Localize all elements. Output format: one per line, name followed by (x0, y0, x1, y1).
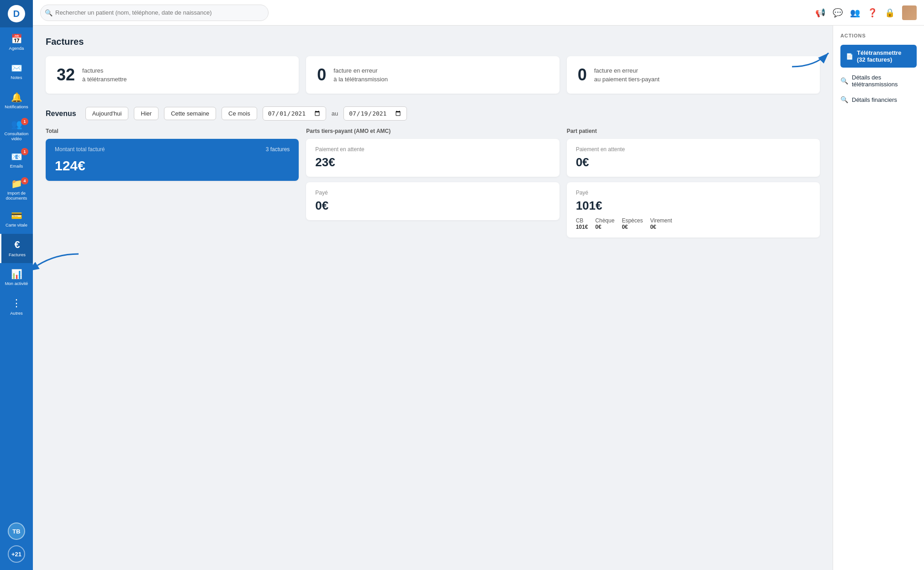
filter-this-week[interactable]: Cette semaine (164, 107, 216, 120)
invoice-cards-row: 32 factures à télétransmettre 0 facture … (46, 56, 820, 94)
sub-cheque: Chèque 0€ (595, 217, 614, 230)
details-financiers-link[interactable]: 🔍 Détails financiers (840, 94, 917, 105)
tiers-payant-pending-label: Paiement en attente (315, 146, 550, 153)
user-avatar[interactable]: TB (8, 522, 25, 540)
invoice-card-1: 0 facture en erreur à la télétransmissio… (306, 56, 559, 94)
filter-this-month[interactable]: Ce mois (222, 107, 257, 120)
content-wrapper: Factures 32 factures à télétransmettre 0… (33, 26, 924, 570)
sidebar-item-label: Import de documents (2, 190, 31, 201)
folder-icon: 📁 (11, 178, 22, 189)
badge-import: 4 (21, 177, 28, 185)
revenue-title: Revenus (46, 110, 76, 118)
filter-today[interactable]: Aujourd'hui (85, 107, 129, 120)
page-title: Factures (46, 37, 820, 47)
sidebar-bottom: TB +21 (0, 520, 33, 570)
part-patient-paid-amount: 101€ (576, 199, 811, 213)
total-card-header: Montant total facturé 3 factures (55, 146, 290, 155)
sub-especes-value: 0€ (622, 224, 628, 230)
sidebar-item-label: Factures (9, 252, 26, 257)
date-separator: au (332, 110, 338, 117)
sidebar-item-autres[interactable]: ⋮ Autres (0, 292, 33, 322)
sidebar-item-agenda[interactable]: 📅 Agenda (0, 27, 33, 57)
details-financiers-label: Détails financiers (852, 96, 897, 103)
date-to-input[interactable] (343, 106, 407, 121)
invoice-number-2: 0 (578, 65, 587, 84)
sidebar-item-consultation-video[interactable]: 1 👥 Consultation vidéo (0, 115, 33, 145)
badge-emails: 1 (21, 148, 28, 155)
sidebar-item-label: Emails (10, 164, 23, 169)
sidebar: D 📅 Agenda ✉️ Notes 🔔 Notifications 1 👥 … (0, 0, 33, 570)
part-patient-col-title: Part patient (567, 128, 820, 134)
details-teletransmissions-link[interactable]: 🔍 Détails des télétransmissions (840, 72, 917, 90)
total-card-label: Montant total facturé (55, 146, 105, 153)
document-icon: 📄 (846, 53, 853, 60)
tiers-payant-pending-card: Paiement en attente 23€ (306, 139, 559, 177)
total-card: Montant total facturé 3 factures 124€ (46, 139, 299, 181)
sidebar-item-factures[interactable]: € Factures (0, 234, 33, 263)
actions-panel: ACTIONS 📄 Télétransmettre(32 factures) 🔍… (833, 26, 924, 570)
teletransmettre-label: Télétransmettre(32 factures) (857, 49, 902, 63)
sidebar-item-mon-activite[interactable]: 📊 Mon activité (0, 263, 33, 292)
chat-icon[interactable]: 💬 (833, 8, 843, 18)
calendar-icon: 📅 (11, 33, 22, 44)
help-icon[interactable]: ❓ (867, 8, 877, 18)
sidebar-item-label: Carte vitale (5, 222, 27, 227)
chart-icon: 📊 (11, 269, 22, 280)
sub-virement-value: 0€ (650, 224, 656, 230)
sidebar-item-emails[interactable]: 1 📧 Emails (0, 145, 33, 174)
part-patient-sub: CB 101€ Chèque 0€ Espèces 0€ (576, 217, 811, 230)
revenue-header: Revenus Aujourd'hui Hier Cette semaine C… (46, 106, 820, 121)
teletransmettre-button[interactable]: 📄 Télétransmettre(32 factures) (840, 45, 917, 68)
sub-cheque-value: 0€ (595, 224, 601, 230)
sidebar-item-notes[interactable]: ✉️ Notes (0, 57, 33, 86)
revenue-section: Revenus Aujourd'hui Hier Cette semaine C… (46, 106, 820, 238)
date-from-input[interactable] (263, 106, 326, 121)
search-container: 🔍 (40, 5, 269, 21)
invoice-desc-1: facture en erreur à la télétransmission (333, 66, 388, 84)
sidebar-item-notifications[interactable]: 🔔 Notifications (0, 86, 33, 115)
search-input[interactable] (40, 5, 269, 21)
video-icon: 👥 (11, 119, 22, 130)
part-patient-paid-card: Payé 101€ CB 101€ Chèque 0€ (567, 182, 820, 238)
revenue-col-total: Total Montant total facturé 3 factures 1… (46, 128, 299, 238)
invoice-number-0: 32 (57, 65, 75, 84)
megaphone-icon[interactable]: 📢 (815, 8, 825, 18)
notes-icon: ✉️ (11, 63, 22, 74)
total-card-meta: 3 factures (266, 146, 290, 153)
sub-especes: Espèces 0€ (622, 217, 643, 230)
logo-letter[interactable]: D (8, 5, 25, 22)
sidebar-item-carte-vitale[interactable]: 💳 Carte vitale (0, 205, 33, 234)
part-patient-pending-card: Paiement en attente 0€ (567, 139, 820, 177)
content: Factures 32 factures à télétransmettre 0… (33, 26, 833, 570)
revenue-col-part-patient: Part patient Paiement en attente 0€ Payé… (567, 128, 820, 238)
invoice-card-2: 0 facture en erreur au paiement tiers-pa… (567, 56, 820, 94)
invoice-desc-2: facture en erreur au paiement tiers-paya… (594, 66, 660, 84)
filter-yesterday[interactable]: Hier (134, 107, 158, 120)
sub-virement: Virement 0€ (650, 217, 672, 230)
sidebar-item-import-documents[interactable]: 4 📁 Import de documents (0, 174, 33, 205)
details-teletransmissions-label: Détails des télétransmissions (852, 74, 917, 88)
main: 🔍 📢 💬 👥 ❓ 🔒 Factures 32 factures à télét… (33, 0, 924, 570)
total-amount: 124€ (55, 158, 290, 174)
euro-icon: € (14, 239, 20, 251)
invoice-number-1: 0 (317, 65, 326, 84)
topbar-avatar[interactable] (902, 5, 917, 20)
sidebar-item-label: Notes (11, 75, 22, 80)
topbar-icons: 📢 💬 👥 ❓ 🔒 (815, 5, 917, 20)
online-count[interactable]: +21 (8, 545, 25, 563)
revenue-grid: Total Montant total facturé 3 factures 1… (46, 128, 820, 238)
total-col-title: Total (46, 128, 299, 134)
part-patient-pending-amount: 0€ (576, 155, 811, 169)
sidebar-item-label: Mon activité (5, 281, 28, 286)
tiers-payant-paid-card: Payé 0€ (306, 182, 559, 220)
actions-title: ACTIONS (840, 33, 917, 38)
card-icon: 💳 (11, 210, 22, 221)
tiers-payant-paid-label: Payé (315, 190, 550, 196)
revenue-col-tiers-payant: Parts tiers-payant (AMO et AMC) Paiement… (306, 128, 559, 238)
search-icon-action2: 🔍 (840, 96, 848, 103)
sidebar-item-label: Autres (10, 311, 22, 316)
sidebar-item-label: Agenda (9, 46, 24, 51)
more-icon: ⋮ (11, 297, 22, 309)
lock-icon[interactable]: 🔒 (885, 8, 895, 18)
team-icon[interactable]: 👥 (850, 8, 860, 18)
